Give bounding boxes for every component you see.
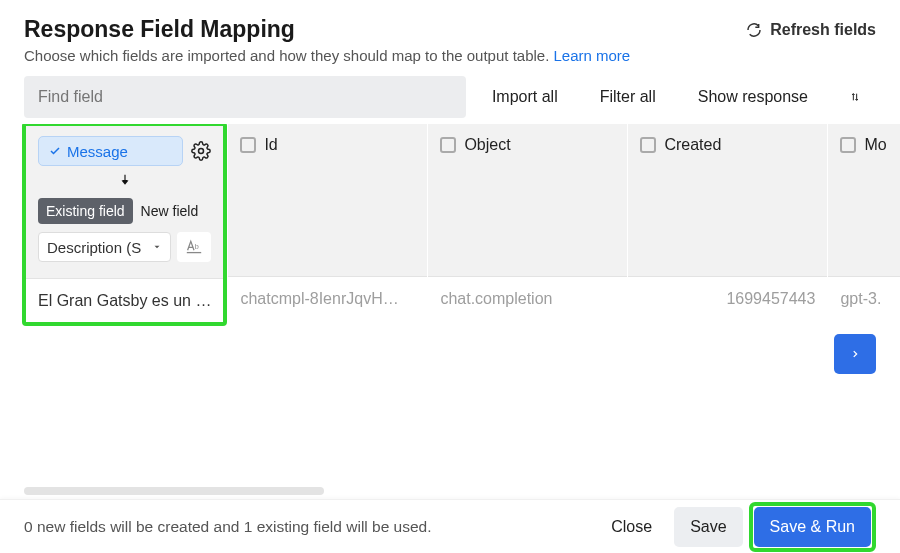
footer-note: 0 new fields will be created and 1 exist… [24, 518, 432, 536]
preview-cell-object: chat.completion [428, 276, 627, 320]
preview-cell-message: El Gran Gatsby es un … [26, 278, 223, 322]
toolbar: Import all Filter all Show response [0, 76, 900, 118]
preview-cell-id: chatcmpl-8IenrJqvH… [228, 276, 427, 320]
destination-field-label: Description (S [47, 239, 141, 256]
field-select-message[interactable]: Message [38, 136, 183, 166]
map-arrow-icon [38, 172, 211, 192]
text-format-icon: b [184, 239, 204, 255]
preview-cell-model: gpt-3. [828, 276, 900, 320]
save-run-highlight: Save & Run [749, 502, 876, 552]
response-field-mapping-dialog: Response Field Mapping Refresh fields Ch… [0, 0, 900, 553]
preview-cell-created: 1699457443 [628, 276, 827, 320]
toggle-existing-field[interactable]: Existing field [38, 198, 133, 224]
field-select-label: Message [67, 143, 128, 160]
active-column-highlight: Message Existing field New field [22, 124, 227, 326]
save-and-run-button[interactable]: Save & Run [754, 507, 871, 547]
filter-all-button[interactable]: Filter all [584, 76, 672, 118]
column-model: Mo gpt-3. [828, 124, 900, 320]
column-header-id: Id [228, 124, 427, 276]
find-field-input[interactable] [24, 76, 466, 118]
column-message: Message Existing field New field [24, 124, 228, 326]
column-header-object: Object [428, 124, 627, 276]
page-title: Response Field Mapping [24, 16, 295, 43]
field-mode-toggle[interactable]: Existing field New field [38, 198, 211, 224]
subtitle: Choose which fields are imported and how… [0, 47, 900, 76]
column-header-created: Created [628, 124, 827, 276]
header: Response Field Mapping Refresh fields [0, 0, 900, 47]
caret-down-icon [152, 242, 162, 252]
column-id: Id chatcmpl-8IenrJqvH… [228, 124, 428, 320]
sort-button[interactable] [834, 76, 876, 118]
find-field-wrapper [24, 76, 466, 118]
close-button[interactable]: Close [595, 507, 668, 547]
destination-field-select[interactable]: Description (S [38, 232, 171, 262]
column-checkbox-object[interactable] [440, 137, 456, 153]
column-header-message: Message Existing field New field [26, 126, 223, 278]
learn-more-link[interactable]: Learn more [554, 47, 631, 64]
refresh-icon [746, 22, 762, 38]
refresh-label: Refresh fields [770, 21, 876, 39]
import-all-button[interactable]: Import all [476, 76, 574, 118]
svg-point-0 [199, 149, 204, 154]
check-icon [49, 145, 61, 157]
subtitle-text: Choose which fields are imported and how… [24, 47, 549, 64]
column-header-model: Mo [828, 124, 900, 276]
sort-icon [850, 89, 860, 105]
column-checkbox-created[interactable] [640, 137, 656, 153]
column-name-object: Object [464, 136, 510, 154]
column-created: Created 1699457443 [628, 124, 828, 320]
horizontal-scrollbar[interactable] [24, 487, 324, 495]
mapping-grid: Message Existing field New field [0, 124, 900, 326]
footer: 0 new fields will be created and 1 exist… [0, 499, 900, 553]
column-checkbox-model[interactable] [840, 137, 856, 153]
chevron-right-icon [850, 347, 860, 361]
column-object: Object chat.completion [428, 124, 628, 320]
column-name-model: Mo [864, 136, 886, 154]
footer-buttons: Close Save Save & Run [595, 502, 876, 552]
show-response-button[interactable]: Show response [682, 76, 824, 118]
refresh-fields-button[interactable]: Refresh fields [746, 21, 876, 39]
column-checkbox-id[interactable] [240, 137, 256, 153]
column-name-created: Created [664, 136, 721, 154]
column-name-id: Id [264, 136, 277, 154]
svg-text:b: b [195, 242, 199, 251]
gear-icon[interactable] [191, 141, 211, 161]
format-button[interactable]: b [177, 232, 211, 262]
toggle-new-field[interactable]: New field [133, 198, 207, 224]
columns: Message Existing field New field [0, 124, 900, 326]
scroll-right-button[interactable] [834, 334, 876, 374]
save-button[interactable]: Save [674, 507, 742, 547]
